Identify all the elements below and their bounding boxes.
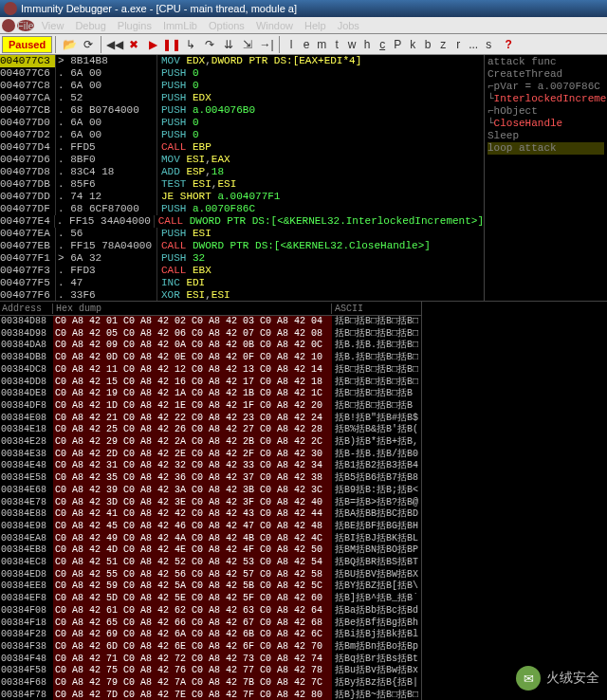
hex-row[interactable]: 00384EC8C0 A8 42 51 C0 A8 42 52 C0 A8 42… bbox=[0, 557, 421, 569]
toolbar-letter-e[interactable]: e bbox=[299, 38, 314, 51]
disasm-row[interactable]: 004077F6. 33F6XOR ESI,ESI bbox=[0, 289, 484, 301]
toolbar-letter-h[interactable]: h bbox=[359, 38, 375, 51]
disasm-row[interactable]: 004077C8. 6A 00PUSH 0 bbox=[0, 80, 484, 92]
cpu-pane: 004077C3> 8B14B8MOV EDX,DWORD PTR DS:[EA… bbox=[0, 55, 607, 302]
disasm-row[interactable]: 004077D0. 6A 00PUSH 0 bbox=[0, 117, 484, 129]
menu-window[interactable]: Window bbox=[250, 19, 299, 32]
hex-row[interactable]: 00384EB8C0 A8 42 4D C0 A8 42 4E C0 A8 42… bbox=[0, 544, 421, 557]
disasm-row[interactable]: 004077C6. 6A 00PUSH 0 bbox=[0, 67, 484, 80]
hex-row[interactable]: 00384DE8C0 A8 42 19 C0 A8 42 1A C0 A8 42… bbox=[0, 388, 421, 400]
info-line: ⌐pVar = a.0070F86C bbox=[487, 81, 604, 93]
info-line: ⌐hObject bbox=[487, 105, 604, 118]
hex-row[interactable]: 00384F78C0 A8 42 7D C0 A8 42 7E C0 A8 42… bbox=[0, 690, 421, 700]
disasm-row[interactable]: 004077D4. FFD5CALL EBP bbox=[0, 141, 484, 154]
help-icon[interactable]: ? bbox=[500, 36, 517, 53]
hex-row[interactable]: 00384E58C0 A8 42 35 C0 A8 42 36 C0 A8 42… bbox=[0, 472, 421, 485]
disasm-row[interactable]: 004077DD. 74 12JE SHORT a.004077F1 bbox=[0, 191, 484, 203]
toolbar-letter-c[interactable]: c bbox=[375, 38, 390, 51]
hex-row[interactable]: 00384E08C0 A8 42 21 C0 A8 42 22 C0 A8 42… bbox=[0, 413, 421, 425]
toolbar-letter-s[interactable]: s bbox=[481, 38, 496, 51]
watermark-logon-icon: ✉ bbox=[516, 666, 541, 691]
toolbar-letter-b[interactable]: b bbox=[420, 38, 435, 51]
hex-row[interactable]: 00384EE8C0 A8 42 59 C0 A8 42 5A C0 A8 42… bbox=[0, 580, 421, 593]
hex-row[interactable]: 00384F08C0 A8 42 61 C0 A8 42 62 C0 A8 42… bbox=[0, 605, 421, 617]
hex-row[interactable]: 00384F48C0 A8 42 71 C0 A8 42 72 C0 A8 42… bbox=[0, 654, 421, 666]
disassembly-view[interactable]: 004077C3> 8B14B8MOV EDX,DWORD PTR DS:[EA… bbox=[0, 55, 484, 301]
pause-icon[interactable]: ❚❚ bbox=[163, 36, 180, 53]
disasm-row[interactable]: 004077D6. 8BF0MOV ESI,EAX bbox=[0, 154, 484, 166]
disasm-row[interactable]: 004077DB. 85F6TEST ESI,ESI bbox=[0, 178, 484, 191]
hex-row[interactable]: 00384F18C0 A8 42 65 C0 A8 42 66 C0 A8 42… bbox=[0, 617, 421, 630]
menu-immlib[interactable]: ImmLib bbox=[157, 19, 203, 32]
hex-row[interactable]: 00384E38C0 A8 42 2D C0 A8 42 2E C0 A8 42… bbox=[0, 449, 421, 461]
stop-icon[interactable]: ✖ bbox=[125, 36, 142, 53]
disasm-row[interactable]: 004077CA. 52PUSH EDX bbox=[0, 92, 484, 104]
hex-row[interactable]: 00384DB8C0 A8 42 0D C0 A8 42 0E C0 A8 42… bbox=[0, 352, 421, 364]
disasm-row[interactable]: 004077C3> 8B14B8MOV EDX,DWORD PTR DS:[EA… bbox=[0, 55, 484, 67]
hex-row[interactable]: 00384F58C0 A8 42 75 C0 A8 42 76 C0 A8 42… bbox=[0, 665, 421, 677]
info-line: └InterlockedIncrement bbox=[487, 93, 604, 105]
hex-row[interactable]: 00384EF8C0 A8 42 5D C0 A8 42 5E C0 A8 42… bbox=[0, 593, 421, 605]
toolbar-letter-l[interactable]: l bbox=[284, 38, 299, 51]
disasm-row[interactable]: 004077F1> 6A 32PUSH 32 bbox=[0, 252, 484, 265]
toolbar-letter-P[interactable]: P bbox=[390, 38, 405, 51]
disasm-row[interactable]: 004077D8. 83C4 18ADD ESP,18 bbox=[0, 166, 484, 178]
trace-into-icon[interactable]: ⇊ bbox=[220, 36, 237, 53]
disasm-row[interactable]: 004077CB. 68 B0764000PUSH a.004076B0 bbox=[0, 104, 484, 117]
menu-options[interactable]: Options bbox=[203, 19, 250, 32]
menu-help[interactable]: Help bbox=[299, 19, 332, 32]
hex-header-dump: Hex dump bbox=[53, 304, 332, 314]
disasm-row[interactable]: 004077F3. FFD3CALL EBX bbox=[0, 265, 484, 277]
stack-pane[interactable] bbox=[421, 302, 607, 700]
hex-row[interactable]: 00384E48C0 A8 42 31 C0 A8 42 32 C0 A8 42… bbox=[0, 460, 421, 472]
hex-row[interactable]: 00384EA8C0 A8 42 49 C0 A8 42 4A C0 A8 42… bbox=[0, 533, 421, 545]
hex-row[interactable]: 00384DA8C0 A8 42 09 C0 A8 42 0A C0 A8 42… bbox=[0, 340, 421, 352]
disasm-row[interactable]: 004077EA. 56PUSH ESI bbox=[0, 228, 484, 240]
hex-dump-pane[interactable]: Address Hex dump ASCII 00384D88C0 A8 42 … bbox=[0, 302, 421, 700]
toolbar-letter-k[interactable]: k bbox=[405, 38, 420, 51]
hex-row[interactable]: 00384DF8C0 A8 42 1D C0 A8 42 1E C0 A8 42… bbox=[0, 400, 421, 413]
info-line: CreateThread bbox=[487, 68, 604, 81]
menu-view[interactable]: View bbox=[36, 19, 70, 32]
step-over-icon[interactable]: ↷ bbox=[201, 36, 218, 53]
disasm-row[interactable]: 004077EB. FF15 78A04000CALL DWORD PTR DS… bbox=[0, 240, 484, 252]
window-title: Immunity Debugger - a.exe - [CPU - main … bbox=[21, 3, 297, 14]
menu-plugins[interactable]: Plugins bbox=[112, 19, 157, 32]
hex-row[interactable]: 00384E78C0 A8 42 3D C0 A8 42 3E C0 A8 42… bbox=[0, 497, 421, 509]
hex-row[interactable]: 00384F28C0 A8 42 69 C0 A8 42 6A C0 A8 42… bbox=[0, 629, 421, 641]
refresh-icon[interactable]: ⟳ bbox=[80, 36, 97, 53]
trace-over-icon[interactable]: ⇲ bbox=[239, 36, 256, 53]
play-icon[interactable]: ▶ bbox=[144, 36, 161, 53]
hex-row[interactable]: 00384E68C0 A8 42 39 C0 A8 42 3A C0 A8 42… bbox=[0, 485, 421, 497]
hex-row[interactable]: 00384E18C0 A8 42 25 C0 A8 42 26 C0 A8 42… bbox=[0, 424, 421, 436]
hex-row[interactable]: 00384E28C0 A8 42 29 C0 A8 42 2A C0 A8 42… bbox=[0, 436, 421, 449]
menu-file[interactable]: File bbox=[17, 20, 34, 31]
rewind-icon[interactable]: ◀◀ bbox=[106, 36, 123, 53]
hex-row[interactable]: 00384E98C0 A8 42 45 C0 A8 42 46 C0 A8 42… bbox=[0, 521, 421, 533]
menu-jobs[interactable]: Jobs bbox=[332, 19, 365, 32]
hex-row[interactable]: 00384F38C0 A8 42 6D C0 A8 42 6E C0 A8 42… bbox=[0, 641, 421, 654]
hex-row[interactable]: 00384D98C0 A8 42 05 C0 A8 42 06 C0 A8 42… bbox=[0, 328, 421, 341]
toolbar-letter-...[interactable]: ... bbox=[466, 38, 481, 51]
toolbar-letter-w[interactable]: w bbox=[344, 38, 359, 51]
disasm-row[interactable]: 004077DF. 68 6CF87000PUSH a.0070F86C bbox=[0, 203, 484, 215]
system-menu-icon[interactable] bbox=[2, 19, 15, 32]
step-into-icon[interactable]: ↳ bbox=[182, 36, 199, 53]
disasm-row[interactable]: 004077F5. 47INC EDI bbox=[0, 277, 484, 289]
hex-row[interactable]: 00384DC8C0 A8 42 11 C0 A8 42 12 C0 A8 42… bbox=[0, 364, 421, 377]
hex-row[interactable]: 00384D88C0 A8 42 01 C0 A8 42 02 C0 A8 42… bbox=[0, 316, 421, 328]
hex-row[interactable]: 00384F68C0 A8 42 79 C0 A8 42 7A C0 A8 42… bbox=[0, 677, 421, 690]
open-icon[interactable]: 📂 bbox=[61, 36, 78, 53]
toolbar-letter-t[interactable]: t bbox=[329, 38, 344, 51]
menu-debug[interactable]: Debug bbox=[69, 19, 111, 32]
toolbar-letter-r[interactable]: r bbox=[451, 38, 466, 51]
toolbar-letter-m[interactable]: m bbox=[314, 38, 329, 51]
disasm-row[interactable]: 004077D2. 6A 00PUSH 0 bbox=[0, 129, 484, 141]
hex-row[interactable]: 00384DD8C0 A8 42 15 C0 A8 42 16 C0 A8 42… bbox=[0, 377, 421, 389]
hex-row[interactable]: 00384ED8C0 A8 42 55 C0 A8 42 56 C0 A8 42… bbox=[0, 569, 421, 581]
disasm-row[interactable]: 004077E4. FF15 34A04000CALL DWORD PTR DS… bbox=[0, 215, 484, 228]
status-paused: Paused bbox=[2, 36, 52, 53]
toolbar-letter-z[interactable]: z bbox=[435, 38, 451, 51]
hex-row[interactable]: 00384E88C0 A8 42 41 C0 A8 42 42 C0 A8 42… bbox=[0, 508, 421, 521]
run-to-icon[interactable]: →| bbox=[258, 36, 275, 53]
